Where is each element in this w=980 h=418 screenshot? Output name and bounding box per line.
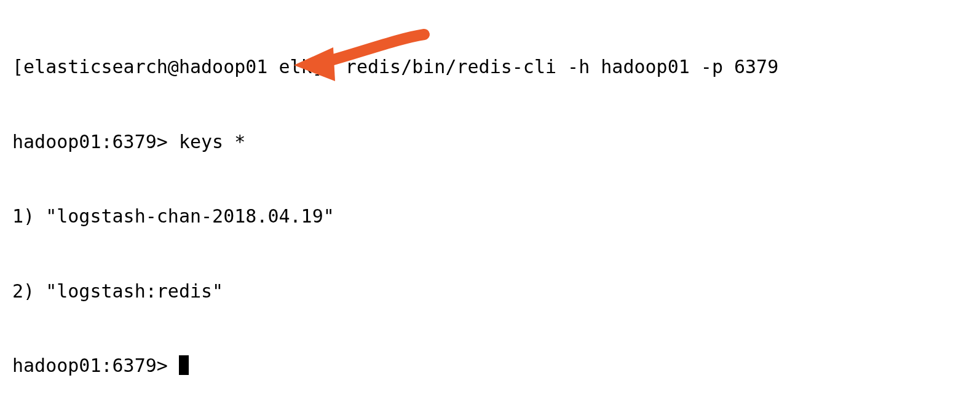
term-line: 1) "logstash-chan-2018.04.19"	[12, 204, 968, 229]
cursor-block-icon	[179, 355, 189, 375]
terminal-redis-cli: [elasticsearch@hadoop01 elk]$ redis/bin/…	[0, 0, 980, 418]
term-line-prompt: hadoop01:6379>	[12, 353, 968, 379]
term-line: 2) "logstash:redis"	[12, 279, 968, 304]
term-line: hadoop01:6379> keys *	[12, 130, 968, 155]
term-prompt-text: hadoop01:6379>	[12, 355, 179, 376]
term-line: [elasticsearch@hadoop01 elk]$ redis/bin/…	[12, 55, 968, 80]
